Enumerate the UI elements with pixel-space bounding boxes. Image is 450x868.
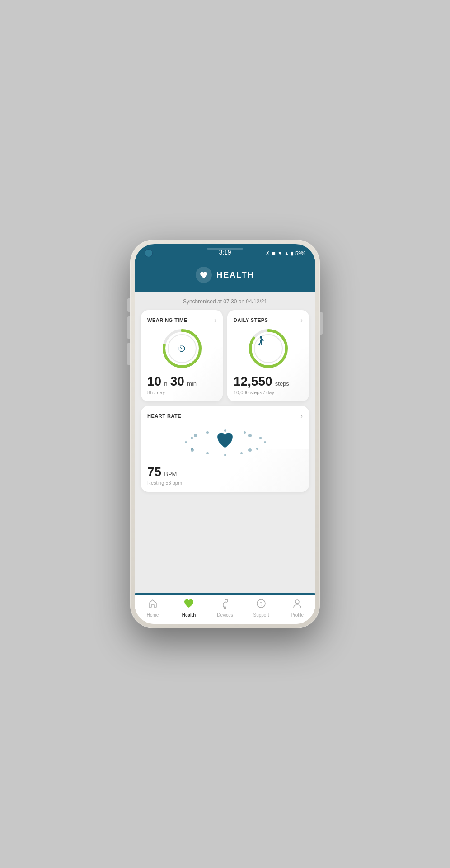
daily-steps-sub: 10,000 steps / day xyxy=(234,390,303,395)
wearing-time-title: WEARING TIME xyxy=(147,317,188,323)
wearing-time-value: 10 h 30 min xyxy=(147,374,216,389)
dot xyxy=(256,448,258,450)
svg-text:?: ? xyxy=(260,601,262,607)
vibrate-icon: ◼ xyxy=(272,250,276,256)
wearing-time-circle: ⏲ xyxy=(147,328,216,369)
daily-steps-header: DAILY STEPS › xyxy=(234,316,303,324)
volume-up-button[interactable] xyxy=(127,298,130,312)
power-button[interactable] xyxy=(320,312,323,335)
battery-percent: 59% xyxy=(295,250,305,256)
daily-steps-value: 12,550 steps xyxy=(234,374,303,389)
dot xyxy=(240,452,243,454)
daily-steps-title: DAILY STEPS xyxy=(234,317,268,323)
volume-down-button[interactable] xyxy=(127,316,130,339)
dot xyxy=(194,434,197,437)
dot xyxy=(259,437,262,439)
tab-devices[interactable]: Devices xyxy=(207,599,243,618)
top-cards-row: WEARING TIME › ⏲ xyxy=(141,310,309,401)
daily-steps-circle xyxy=(234,328,303,369)
heart-rate-sub: Resting 56 bpm xyxy=(147,480,303,486)
tab-support[interactable]: ? Support xyxy=(243,599,279,618)
dot xyxy=(264,441,266,443)
header-heart-badge xyxy=(196,267,212,283)
app-header: HEALTH xyxy=(135,260,315,292)
tab-home-label: Home xyxy=(147,613,159,618)
watch-icon: ⏲ xyxy=(178,344,187,354)
sync-text: Synchronised at 07:30 on 04/12/21 xyxy=(141,298,309,305)
tab-profile-label: Profile xyxy=(291,613,304,618)
dot xyxy=(191,437,193,439)
tab-profile[interactable]: Profile xyxy=(279,599,315,618)
wifi-icon: ▼ xyxy=(277,250,282,256)
home-icon xyxy=(148,599,158,611)
daily-steps-icon-bg xyxy=(254,334,283,363)
wearing-time-sub: 8h / day xyxy=(147,390,216,395)
health-icon xyxy=(183,599,194,611)
wearing-time-icon-bg: ⏲ xyxy=(168,334,197,363)
heart-rate-value: 75 BPM xyxy=(147,465,303,479)
daily-steps-card[interactable]: DAILY STEPS › xyxy=(227,310,309,401)
heart-icon xyxy=(199,271,208,279)
tab-support-label: Support xyxy=(253,613,269,618)
dot xyxy=(206,452,209,454)
heart-rate-header: HEART RATE › xyxy=(147,412,303,420)
status-icons: ✗ ◼ ▼ ▲ ▮ 59% xyxy=(266,250,305,256)
tab-devices-label: Devices xyxy=(217,613,233,618)
dot xyxy=(185,441,187,443)
walking-icon xyxy=(255,335,267,348)
tab-bar: Home Health xyxy=(135,595,315,624)
status-bar: 3:19 ✗ ◼ ▼ ▲ ▮ 59% xyxy=(135,244,315,260)
wearing-time-header: WEARING TIME › xyxy=(147,316,216,324)
svg-line-5 xyxy=(259,343,260,345)
heart-rate-chevron: › xyxy=(300,412,303,420)
tab-health-label: Health xyxy=(182,613,196,618)
heart-rate-heart-icon xyxy=(215,431,235,453)
heart-rate-title: HEART RATE xyxy=(147,413,181,419)
svg-point-4 xyxy=(260,336,262,339)
daily-steps-chevron: › xyxy=(300,316,303,324)
wearing-time-card[interactable]: WEARING TIME › ⏲ xyxy=(141,310,223,401)
signal-icon: ▲ xyxy=(284,250,289,256)
front-camera xyxy=(145,249,153,257)
dot xyxy=(248,448,252,452)
dot xyxy=(191,448,194,452)
heart-rate-viz xyxy=(147,424,303,460)
main-content: Synchronised at 07:30 on 04/12/21 WEARIN… xyxy=(135,292,315,593)
devices-icon xyxy=(220,599,230,611)
heart-rate-card[interactable]: HEART RATE › xyxy=(141,406,309,492)
phone-frame: 3:19 ✗ ◼ ▼ ▲ ▮ 59% HEALTH Synchronised a… xyxy=(130,240,320,628)
wearing-time-chevron: › xyxy=(214,316,216,324)
app-title: HEALTH xyxy=(216,270,254,280)
dot xyxy=(244,431,246,434)
silent-button[interactable] xyxy=(127,343,130,365)
tab-health[interactable]: Health xyxy=(171,599,207,618)
svg-point-10 xyxy=(295,600,299,604)
bluetooth-icon: ✗ xyxy=(266,250,270,256)
support-icon: ? xyxy=(256,599,266,611)
phone-screen: 3:19 ✗ ◼ ▼ ▲ ▮ 59% HEALTH Synchronised a… xyxy=(135,244,315,624)
svg-point-6 xyxy=(225,599,228,602)
heart-solid-icon xyxy=(215,431,235,449)
clock: 3:19 xyxy=(219,249,231,256)
tab-home[interactable]: Home xyxy=(135,599,171,618)
battery-icon: ▮ xyxy=(291,250,294,256)
tab-bar-wrapper: Home Health xyxy=(135,593,315,624)
profile-icon xyxy=(292,599,302,611)
dot xyxy=(224,454,226,456)
dot xyxy=(248,434,252,437)
dot xyxy=(206,431,209,434)
